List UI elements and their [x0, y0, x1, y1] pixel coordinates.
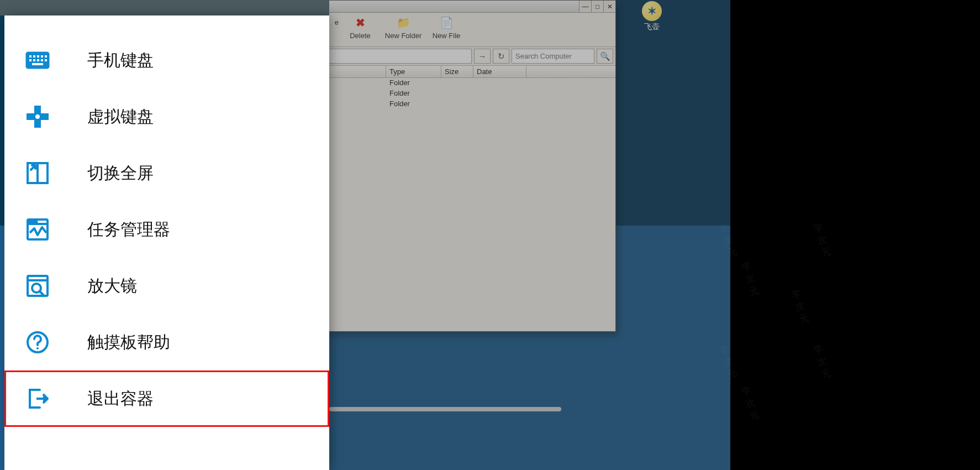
- toolbar-label: New File: [425, 32, 468, 40]
- file-row[interactable]: Folder: [326, 88, 615, 99]
- column-type[interactable]: Type: [386, 66, 441, 77]
- svg-rect-6: [29, 59, 31, 61]
- watermark: 学次元: [812, 342, 833, 382]
- menu-item-phone-keyboard[interactable]: 手机键盘: [4, 32, 329, 88]
- dpad-icon: [21, 100, 54, 133]
- go-button[interactable]: →: [474, 49, 491, 64]
- menu-item-label: 退出容器: [87, 388, 154, 410]
- search-button[interactable]: 🔍: [597, 49, 613, 64]
- watermark: 学次元: [718, 342, 739, 382]
- window-titlebar[interactable]: — □ ✕: [326, 1, 615, 13]
- svg-rect-3: [37, 55, 39, 58]
- side-menu-panel: 手机键盘 虚拟键盘 切换全屏 任务管理器: [4, 15, 329, 470]
- toolbar-label: e: [328, 18, 339, 27]
- desktop-shortcut-feihu[interactable]: ✶ 飞壶: [635, 1, 668, 32]
- svg-rect-7: [33, 59, 35, 61]
- folder-icon: 📁: [397, 17, 410, 29]
- svg-rect-11: [32, 63, 43, 65]
- svg-point-18: [33, 221, 34, 223]
- menu-item-virtual-keyboard[interactable]: 虚拟键盘: [4, 88, 329, 145]
- watermark: 学次元: [718, 221, 739, 260]
- toolbar-new-folder-button[interactable]: 📁 New Folder: [382, 13, 425, 46]
- column-spacer: [526, 66, 615, 77]
- window-close-button[interactable]: ✕: [603, 1, 615, 12]
- svg-rect-8: [37, 59, 39, 61]
- menu-item-label: 虚拟键盘: [87, 106, 154, 128]
- file-toolbar: e ✖ Delete 📁 New Folder 📄 New File: [326, 13, 615, 47]
- menu-item-task-manager[interactable]: 任务管理器: [4, 201, 329, 258]
- menu-item-label: 触摸板帮助: [87, 331, 170, 354]
- column-date[interactable]: Date: [473, 66, 526, 77]
- svg-point-25: [36, 347, 39, 349]
- file-row[interactable]: Folder: [326, 78, 615, 88]
- menu-item-exit-container[interactable]: 退出容器: [4, 370, 329, 427]
- horizontal-scrollbar[interactable]: [329, 407, 561, 411]
- toolbar-label: Delete: [339, 32, 382, 40]
- file-list[interactable]: Folder Folder Folder: [326, 78, 615, 331]
- file-type-cell: Folder: [386, 78, 441, 88]
- desktop-shortcut-label: 飞壶: [635, 22, 668, 32]
- exit-icon: [21, 382, 54, 415]
- watermark: 学次元: [740, 384, 761, 423]
- svg-rect-1: [29, 55, 31, 58]
- file-type-cell: Folder: [386, 99, 441, 109]
- svg-rect-5: [45, 55, 47, 58]
- column-headers: Type Size Date: [326, 66, 615, 78]
- window-maximize-button[interactable]: □: [591, 1, 603, 12]
- svg-point-12: [35, 114, 40, 119]
- toolbar-delete-button[interactable]: ✖ Delete: [339, 13, 382, 46]
- menu-item-touchpad-help[interactable]: 触摸板帮助: [4, 314, 329, 370]
- watermark: 学次元: [812, 221, 833, 260]
- magnifier-icon: [21, 269, 54, 302]
- watermark: 学次元: [740, 259, 761, 299]
- address-input[interactable]: [329, 49, 472, 64]
- svg-rect-4: [41, 55, 43, 58]
- svg-rect-2: [33, 55, 35, 58]
- menu-item-label: 切换全屏: [87, 162, 154, 185]
- delete-x-icon: ✖: [356, 17, 365, 29]
- keyboard-icon: [21, 44, 54, 77]
- file-type-cell: Folder: [386, 88, 441, 99]
- menu-item-magnifier[interactable]: 放大镜: [4, 258, 329, 314]
- svg-rect-9: [41, 59, 43, 61]
- menu-item-label: 放大镜: [87, 275, 137, 297]
- toolbar-new-file-button[interactable]: 📄 New File: [425, 13, 468, 46]
- toolbar-label: New Folder: [382, 32, 425, 40]
- watermark: 学次元: [790, 287, 810, 326]
- column-size[interactable]: Size: [441, 66, 473, 77]
- panel-top-strip: [0, 0, 329, 15]
- task-manager-icon: [21, 213, 54, 246]
- help-icon: [21, 326, 54, 359]
- toolbar-button-partial[interactable]: e: [328, 13, 339, 46]
- file-icon: 📄: [440, 17, 454, 29]
- svg-rect-10: [45, 59, 47, 61]
- address-bar: → ↻ 🔍: [326, 47, 615, 66]
- reload-button[interactable]: ↻: [493, 49, 509, 64]
- svg-point-19: [35, 221, 37, 223]
- menu-item-fullscreen[interactable]: 切换全屏: [4, 145, 329, 201]
- file-row[interactable]: Folder: [326, 99, 615, 109]
- menu-item-label: 手机键盘: [87, 49, 154, 72]
- column-beforetype[interactable]: [326, 66, 386, 77]
- search-input[interactable]: [512, 49, 594, 64]
- window-minimize-button[interactable]: —: [579, 1, 591, 12]
- app-icon: ✶: [642, 1, 662, 21]
- menu-item-label: 任务管理器: [87, 218, 170, 241]
- file-manager-window: — □ ✕ e ✖ Delete 📁 New Folder 📄 New File: [326, 0, 616, 332]
- svg-point-17: [30, 221, 31, 223]
- fullscreen-icon: [21, 156, 54, 190]
